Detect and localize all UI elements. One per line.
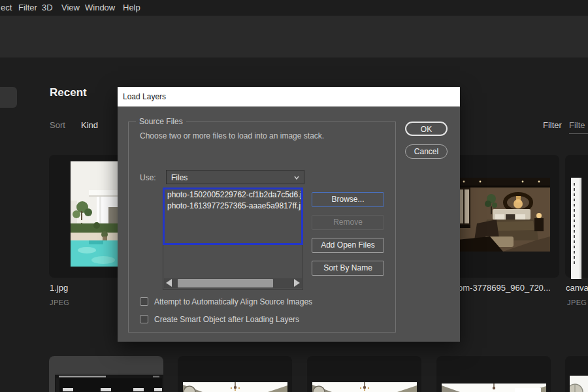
scrollbar-thumb[interactable] <box>178 279 273 287</box>
menu-item-select-truncated[interactable]: ect <box>1 0 12 16</box>
recent-file-card-canva[interactable] <box>565 155 588 278</box>
menu-item-view[interactable]: View <box>61 0 80 16</box>
align-source-images-label: Attempt to Automatically Align Source Im… <box>154 297 312 306</box>
dialog-title-bar: Load Layers <box>118 87 460 106</box>
cancel-button[interactable]: Cancel <box>405 144 448 159</box>
recent-file-card-interior-3[interactable] <box>436 356 551 392</box>
menu-bar: ect Filter 3D View Window Help <box>0 0 588 16</box>
file-name-label[interactable]: 1.jpg <box>50 283 68 293</box>
canva-document-thumbnail <box>571 178 581 279</box>
file-list-item[interactable]: photo-1502005229762-cf1b2da7c5d6.jp <box>165 189 301 201</box>
bedroom-thumbnail <box>451 178 550 252</box>
use-dropdown[interactable]: Files <box>166 170 304 184</box>
file-list-item[interactable]: photo-1613977257365-aaae5a9817ff.jp <box>165 201 301 212</box>
recent-heading: Recent <box>50 86 87 99</box>
menu-item-window[interactable]: Window <box>85 0 115 16</box>
arched-window-thumbnail <box>570 376 588 392</box>
menu-item-filter[interactable]: Filter <box>18 0 37 16</box>
remove-button[interactable]: Remove <box>312 215 384 230</box>
source-files-description: Choose two or more files to load into an… <box>140 131 324 140</box>
file-type-label: JPEG <box>50 299 69 306</box>
menu-item-3d[interactable]: 3D <box>42 0 53 16</box>
recent-file-card-interior-1[interactable] <box>178 356 292 392</box>
file-name-label[interactable]: om-3778695_960_720... <box>458 283 551 293</box>
filter-label[interactable]: Filter <box>543 120 562 130</box>
recent-file-card-interior-4[interactable] <box>565 356 588 392</box>
scroll-right-icon[interactable] <box>294 279 300 287</box>
chandelier-room-thumbnail <box>183 382 287 392</box>
villa-pool-thumbnail <box>71 161 119 267</box>
file-type-label: JPEG <box>567 299 587 306</box>
filter-underline <box>569 133 588 134</box>
header-band <box>0 16 588 57</box>
browse-button[interactable]: Browse... <box>312 192 384 207</box>
scroll-left-icon[interactable] <box>166 279 172 287</box>
sidebar-partial-button[interactable] <box>0 87 17 108</box>
horizontal-scrollbar[interactable] <box>164 278 302 288</box>
sort-by-name-button[interactable]: Sort By Name <box>312 261 384 276</box>
add-open-files-button[interactable]: Add Open Files <box>312 238 384 253</box>
app-screenshot-thumbnail <box>55 374 163 392</box>
source-files-list-focus-ring[interactable]: photo-1502005229762-cf1b2da7c5d6.jp phot… <box>163 188 303 245</box>
create-smart-object-label: Create Smart Object after Loading Layers <box>154 315 299 324</box>
chevron-down-icon <box>294 176 299 180</box>
sort-label[interactable]: Sort <box>50 120 65 130</box>
kind-toggle[interactable]: Kind <box>81 120 98 130</box>
use-label: Use: <box>140 173 156 182</box>
file-name-label[interactable]: canva <box>566 283 588 293</box>
chandelier-room-thumbnail <box>312 382 417 392</box>
source-files-legend: Source Files <box>136 117 186 126</box>
use-dropdown-value: Files <box>171 173 188 182</box>
dialog-title: Load Layers <box>123 87 166 106</box>
photoshop-window: { "menu": { "items": ["ect", "Filter", "… <box>0 0 588 392</box>
menu-item-help[interactable]: Help <box>123 0 140 16</box>
recent-file-card-interior-2[interactable] <box>307 356 421 392</box>
create-smart-object-checkbox[interactable] <box>140 315 148 323</box>
align-source-images-checkbox[interactable] <box>140 297 148 306</box>
ok-button[interactable]: OK <box>405 122 448 136</box>
filter-input-truncated[interactable]: Filte <box>569 120 585 130</box>
recent-file-card-screenshot[interactable] <box>49 356 163 392</box>
load-layers-dialog: Load Layers Source Files Choose two or m… <box>118 87 460 342</box>
chandelier-room-thumbnail <box>442 384 546 392</box>
